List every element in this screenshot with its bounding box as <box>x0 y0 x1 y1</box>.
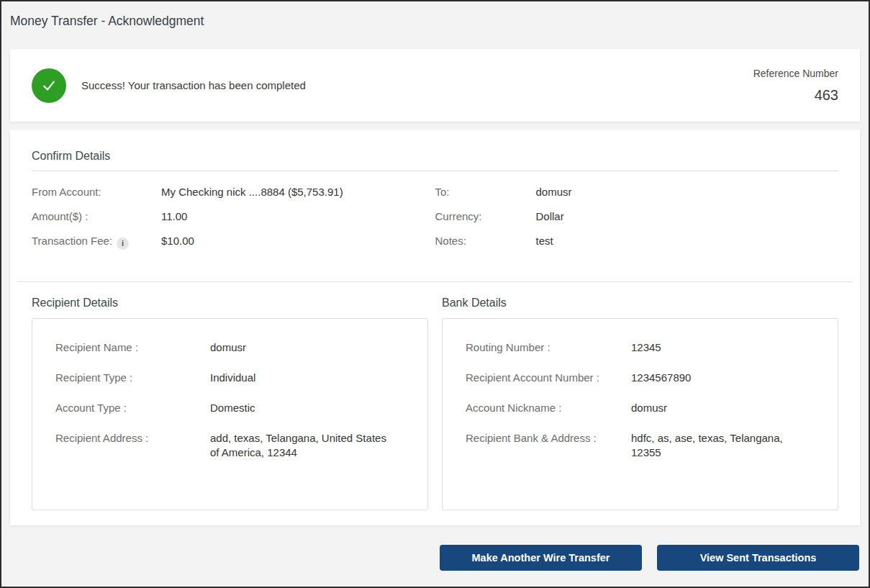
routing-number-value: 12345 <box>631 340 661 355</box>
reference-number-value: 463 <box>753 87 838 104</box>
recipient-name-label: Recipient Name : <box>55 340 210 355</box>
transaction-fee-label-text: Transaction Fee: <box>32 235 112 247</box>
notes-label: Notes: <box>435 234 536 248</box>
confirm-details-heading: Confirm Details <box>32 150 838 163</box>
notes-row: Notes: test <box>435 234 839 248</box>
account-nickname-value: domusr <box>631 401 667 415</box>
recipient-type-row: Recipient Type : Individual <box>55 371 404 385</box>
detail-boxes: Recipient Details Recipient Name : domus… <box>32 297 838 510</box>
recipient-bank-address-label: Recipient Bank & Address : <box>466 431 631 460</box>
confirm-details-grid: From Account: My Checking nick ....8884 … <box>32 185 838 261</box>
recipient-details-section: Recipient Details Recipient Name : domus… <box>32 297 428 510</box>
recipient-account-number-label: Recipient Account Number : <box>466 371 631 385</box>
recipient-address-value: add, texas, Telangana, United States of … <box>210 431 397 460</box>
transaction-fee-value: $10.00 <box>161 234 194 250</box>
bank-details-box: Routing Number : 12345 Recipient Account… <box>442 318 838 510</box>
action-buttons: Make Another Wire Transfer View Sent Tra… <box>10 545 859 571</box>
transaction-fee-row: Transaction Fee:i $10.00 <box>32 234 435 250</box>
make-another-wire-transfer-button[interactable]: Make Another Wire Transfer <box>440 545 642 571</box>
recipient-account-number-row: Recipient Account Number : 1234567890 <box>466 371 815 385</box>
page-header: Money Transfer - Acknowledgment <box>1 1 869 49</box>
bank-details-heading: Bank Details <box>442 297 838 309</box>
from-account-row: From Account: My Checking nick ....8884 … <box>32 185 435 199</box>
recipient-bank-address-value: hdfc, as, ase, texas, Telangana, 12355 <box>631 431 815 460</box>
account-nickname-label: Account Nickname : <box>466 401 631 415</box>
confirm-details-divider <box>32 171 838 171</box>
amount-value: 11.00 <box>161 209 187 223</box>
from-account-value: My Checking nick ....8884 ($5,753.91) <box>161 185 343 199</box>
to-value: domusr <box>536 185 572 199</box>
account-nickname-row: Account Nickname : domusr <box>466 401 815 415</box>
view-sent-transactions-button[interactable]: View Sent Transactions <box>657 545 859 571</box>
reference-number-label: Reference Number <box>753 68 838 79</box>
to-label: To: <box>435 185 536 199</box>
page-title: Money Transfer - Acknowledgment <box>10 14 860 29</box>
to-row: To: domusr <box>435 185 839 199</box>
recipient-name-value: domusr <box>210 340 246 355</box>
success-message: Success! Your transaction has been compl… <box>81 79 306 91</box>
recipient-details-heading: Recipient Details <box>32 297 428 309</box>
success-check-icon <box>32 68 66 103</box>
confirm-left-column: From Account: My Checking nick ....8884 … <box>32 185 435 261</box>
reference-block: Reference Number 463 <box>753 68 838 104</box>
account-type-value: Domestic <box>210 401 255 415</box>
notes-value: test <box>536 234 553 248</box>
routing-number-row: Routing Number : 12345 <box>466 340 815 355</box>
details-card: Confirm Details From Account: My Checkin… <box>10 130 860 525</box>
recipient-account-number-value: 1234567890 <box>631 371 691 385</box>
recipient-bank-address-row: Recipient Bank & Address : hdfc, as, ase… <box>466 431 815 460</box>
recipient-name-row: Recipient Name : domusr <box>55 340 404 355</box>
recipient-type-label: Recipient Type : <box>55 371 210 385</box>
recipient-details-box: Recipient Name : domusr Recipient Type :… <box>32 318 428 510</box>
currency-label: Currency: <box>435 209 536 223</box>
transaction-fee-label: Transaction Fee:i <box>32 234 161 250</box>
recipient-type-value: Individual <box>210 371 255 385</box>
currency-value: Dollar <box>536 209 564 223</box>
info-icon[interactable]: i <box>117 238 129 250</box>
amount-row: Amount($) : 11.00 <box>32 209 435 223</box>
currency-row: Currency: Dollar <box>435 209 839 223</box>
from-account-label: From Account: <box>32 185 161 199</box>
confirm-right-column: To: domusr Currency: Dollar Notes: test <box>435 185 839 261</box>
account-type-label: Account Type : <box>55 401 210 415</box>
bank-details-section: Bank Details Routing Number : 12345 Reci… <box>442 297 838 510</box>
recipient-address-row: Recipient Address : add, texas, Telangan… <box>55 431 404 460</box>
account-type-row: Account Type : Domestic <box>55 401 404 415</box>
amount-label: Amount($) : <box>32 209 161 223</box>
routing-number-label: Routing Number : <box>466 340 631 355</box>
recipient-address-label: Recipient Address : <box>55 431 210 460</box>
section-divider <box>17 281 853 282</box>
success-banner: Success! Your transaction has been compl… <box>10 49 860 122</box>
